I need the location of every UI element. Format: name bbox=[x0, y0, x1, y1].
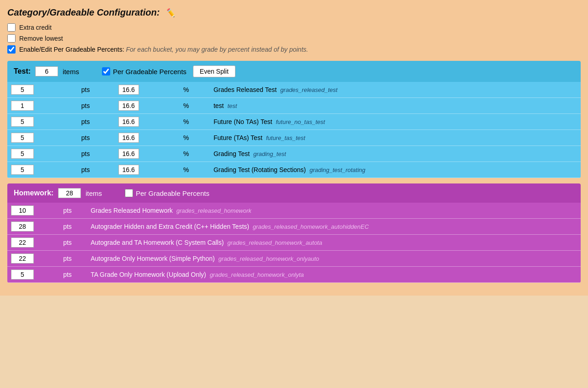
item-id: future_no_tas_test bbox=[276, 119, 325, 125]
item-name-cell: TA Grade Only Homework (Upload Only) gra… bbox=[87, 267, 581, 283]
item-id: test bbox=[227, 102, 237, 109]
table-row: pts TA Grade Only Homework (Upload Only)… bbox=[7, 267, 581, 283]
pts-input[interactable] bbox=[11, 237, 34, 248]
pts-cell bbox=[7, 219, 59, 235]
item-name-cell: test test bbox=[210, 98, 581, 114]
item-display-name: Grading Test (Rotating Sections) bbox=[214, 166, 306, 173]
item-id: future_tas_test bbox=[266, 135, 305, 141]
item-name-cell: Autograde Only Homework (Simple Python) … bbox=[87, 251, 581, 267]
item-name-cell: Grading Test (Rotating Sections) grading… bbox=[210, 162, 581, 178]
categories-container: Test: items Per Gradeable Percents Even … bbox=[7, 61, 581, 283]
category-header-homework: Homework: items Per Gradeable Percents bbox=[7, 183, 581, 203]
per-gradeable-label-text-homework: Per Gradeable Percents bbox=[136, 189, 209, 197]
enable-per-gradeable-label: Enable/Edit Per Gradeable Percents: For … bbox=[19, 46, 308, 53]
per-gradeable-label-text-test: Per Gradeable Percents bbox=[113, 68, 187, 75]
percent-symbol: % bbox=[180, 114, 210, 130]
pts-input[interactable] bbox=[11, 133, 34, 143]
item-id: grades_released_homework_autohiddenEC bbox=[253, 223, 369, 230]
extra-credit-checkbox[interactable] bbox=[7, 23, 16, 32]
pts-input[interactable] bbox=[11, 101, 34, 111]
percent-symbol: % bbox=[180, 130, 210, 146]
pct-input[interactable] bbox=[118, 117, 139, 127]
outer-container: Category/Gradeable Configuration: ✏️ Ext… bbox=[0, 0, 588, 296]
table-row: pts % test test bbox=[7, 98, 581, 114]
table-row: pts % Grading Test grading_test bbox=[7, 146, 581, 162]
item-display-name: Autograde and TA Homework (C System Call… bbox=[91, 239, 224, 246]
title-text: Category/Gradeable Configuration: bbox=[7, 7, 160, 17]
item-id: grades_released_homework bbox=[176, 207, 251, 214]
item-name-cell: Autograde and TA Homework (C System Call… bbox=[87, 235, 581, 251]
pts-cell bbox=[7, 130, 78, 146]
extra-credit-label[interactable]: Extra credit bbox=[19, 24, 52, 31]
pts-label: pts bbox=[59, 219, 87, 235]
item-display-name: Future (No TAs) Test bbox=[214, 118, 272, 125]
pts-cell bbox=[7, 82, 78, 98]
item-id: grading_test_rotating bbox=[310, 167, 365, 173]
table-row: pts Autograde and TA Homework (C System … bbox=[7, 235, 581, 251]
cat-name-homework: Homework: bbox=[14, 189, 53, 197]
item-display-name: Grading Test bbox=[214, 150, 250, 157]
item-display-name: Autograder Hidden and Extra Credit (C++ … bbox=[91, 223, 249, 230]
pts-label: pts bbox=[78, 114, 115, 130]
even-split-button[interactable]: Even Split bbox=[193, 65, 235, 77]
item-display-name: Future (TAs) Test bbox=[214, 134, 262, 141]
pts-input[interactable] bbox=[11, 205, 34, 216]
item-id: grades_released_homework_onlyta bbox=[210, 271, 304, 278]
item-display-name: Grades Released Homework bbox=[91, 207, 173, 214]
table-row: pts % Future (No TAs) Test future_no_tas… bbox=[7, 114, 581, 130]
per-gradeable-row-test: Per Gradeable Percents Even Split bbox=[102, 65, 235, 77]
remove-lowest-label[interactable]: Remove lowest bbox=[19, 35, 63, 42]
pct-input[interactable] bbox=[118, 165, 139, 175]
category-section-homework: Homework: items Per Gradeable Percents p… bbox=[7, 183, 581, 283]
pct-cell bbox=[115, 114, 180, 130]
pts-cell bbox=[7, 251, 59, 267]
cat-count-input-test[interactable] bbox=[35, 66, 58, 76]
pts-label: pts bbox=[59, 267, 87, 283]
table-row: pts % Grading Test (Rotating Sections) g… bbox=[7, 162, 581, 178]
item-id: grades_released_homework_autota bbox=[227, 239, 322, 246]
pts-input[interactable] bbox=[11, 165, 34, 175]
page-title: Category/Gradeable Configuration: ✏️ bbox=[7, 7, 581, 18]
table-row: pts Autograde Only Homework (Simple Pyth… bbox=[7, 251, 581, 267]
pct-input[interactable] bbox=[118, 85, 139, 95]
pct-input[interactable] bbox=[118, 149, 139, 159]
pts-input[interactable] bbox=[11, 149, 34, 159]
pts-cell bbox=[7, 114, 78, 130]
per-gradeable-checkbox-homework[interactable] bbox=[125, 189, 133, 197]
pts-input[interactable] bbox=[11, 221, 34, 232]
pct-cell bbox=[115, 146, 180, 162]
pct-cell bbox=[115, 98, 180, 114]
pts-cell bbox=[7, 267, 59, 283]
pts-label: pts bbox=[59, 203, 87, 219]
percent-symbol: % bbox=[180, 82, 210, 98]
enable-per-gradeable-checkbox[interactable] bbox=[7, 45, 16, 54]
table-row: pts % Future (TAs) Test future_tas_test bbox=[7, 130, 581, 146]
items-table-homework: pts Grades Released Homework grades_rele… bbox=[7, 203, 581, 283]
pct-cell bbox=[115, 130, 180, 146]
pencil-icon[interactable]: ✏️ bbox=[165, 8, 175, 17]
pts-label: pts bbox=[59, 235, 87, 251]
percent-symbol: % bbox=[180, 162, 210, 178]
pts-label: pts bbox=[78, 98, 115, 114]
item-display-name: test bbox=[214, 102, 224, 109]
remove-lowest-checkbox[interactable] bbox=[7, 34, 16, 43]
category-header-test: Test: items Per Gradeable Percents Even … bbox=[7, 61, 581, 82]
category-section-test: Test: items Per Gradeable Percents Even … bbox=[7, 61, 581, 178]
pct-cell bbox=[115, 82, 180, 98]
percent-symbol: % bbox=[180, 146, 210, 162]
pts-input[interactable] bbox=[11, 117, 34, 127]
pct-input[interactable] bbox=[118, 133, 139, 143]
pts-input[interactable] bbox=[11, 253, 34, 264]
table-row: pts % Grades Released Test grades_releas… bbox=[7, 82, 581, 98]
pts-input[interactable] bbox=[11, 85, 34, 95]
pct-input[interactable] bbox=[118, 101, 139, 111]
per-gradeable-row-homework: Per Gradeable Percents bbox=[125, 189, 209, 197]
enable-label-text: Enable/Edit Per Gradeable Percents: bbox=[19, 46, 124, 53]
item-id: grades_released_test bbox=[280, 86, 337, 93]
item-name-cell: Future (No TAs) Test future_no_tas_test bbox=[210, 114, 581, 130]
remove-lowest-row: Remove lowest bbox=[7, 34, 581, 43]
pts-input[interactable] bbox=[11, 269, 34, 280]
cat-count-input-homework[interactable] bbox=[58, 188, 81, 198]
table-row: pts Autograder Hidden and Extra Credit (… bbox=[7, 219, 581, 235]
per-gradeable-checkbox-test[interactable] bbox=[102, 67, 110, 75]
